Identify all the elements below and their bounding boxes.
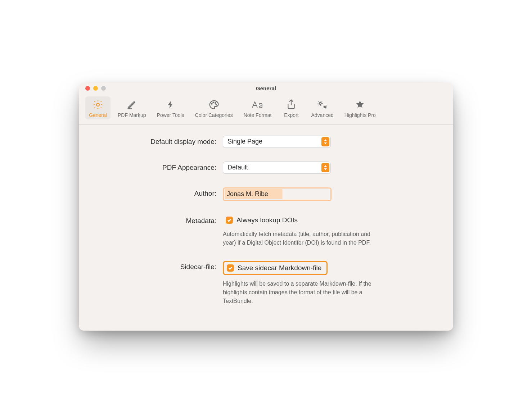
author-field-highlight xyxy=(223,187,332,201)
tab-label: PDF Markup xyxy=(118,112,146,118)
svg-point-6 xyxy=(324,106,326,107)
gears-icon xyxy=(316,99,329,111)
tab-power-tools[interactable]: Power Tools xyxy=(153,96,188,119)
tab-label: Color Categories xyxy=(195,112,233,118)
svg-point-5 xyxy=(319,102,321,104)
chevrons-up-down-icon xyxy=(321,137,329,146)
row-metadata: Metadata: Always lookup DOIs Automatical… xyxy=(100,215,432,247)
tab-pdf-markup[interactable]: PDF Markup xyxy=(114,96,150,119)
tab-label: General xyxy=(89,112,107,118)
row-author: Author: xyxy=(100,187,432,201)
sidecar-checkbox[interactable] xyxy=(227,264,234,272)
tab-note-format[interactable]: Note Format xyxy=(240,96,275,119)
chevrons-up-down-icon xyxy=(321,163,329,172)
tab-label: Advanced xyxy=(311,112,333,118)
gear-icon xyxy=(93,99,103,111)
svg-point-3 xyxy=(215,102,216,103)
svg-point-4 xyxy=(216,104,217,105)
row-pdf-appearance: PDF Appearance: Default xyxy=(100,162,432,174)
tab-advanced[interactable]: Advanced xyxy=(307,96,337,119)
tab-color-categories[interactable]: Color Categories xyxy=(191,96,236,119)
preferences-toolbar: General PDF Markup Power Tools Color Cat… xyxy=(79,94,453,125)
checkmark-icon xyxy=(227,218,232,223)
display-mode-select[interactable]: Single Page xyxy=(223,136,331,148)
display-mode-value: Single Page xyxy=(227,138,262,145)
star-icon xyxy=(355,99,365,111)
general-form: Default display mode: Single Page PDF Ap… xyxy=(79,125,453,331)
svg-point-0 xyxy=(96,103,99,106)
row-display-mode: Default display mode: Single Page xyxy=(100,136,432,148)
pdf-appearance-label: PDF Appearance: xyxy=(100,162,223,172)
export-icon xyxy=(286,99,297,111)
checkmark-icon xyxy=(228,266,233,271)
metadata-help-text: Automatically fetch metadata (title, aut… xyxy=(223,230,378,247)
bolt-icon xyxy=(166,99,175,111)
metadata-checkbox[interactable] xyxy=(226,217,233,224)
window-title: General xyxy=(79,85,453,91)
preferences-window: General General PDF Markup Power Tools xyxy=(79,83,453,331)
typography-icon xyxy=(251,99,264,111)
tab-export[interactable]: Export xyxy=(279,96,304,119)
author-input[interactable] xyxy=(225,189,330,199)
tab-label: Export xyxy=(284,112,298,118)
sidecar-checkbox-label: Save sidecar Markdown-file xyxy=(238,264,321,272)
titlebar: General xyxy=(79,83,453,94)
row-sidecar: Sidecar-file: Save sidecar Markdown-file… xyxy=(100,261,432,305)
author-label: Author: xyxy=(100,187,223,198)
palette-icon xyxy=(208,99,220,111)
minimize-window-button[interactable] xyxy=(93,86,98,91)
sidecar-checkbox-row[interactable]: Save sidecar Markdown-file xyxy=(223,261,328,275)
metadata-checkbox-row[interactable]: Always lookup DOIs xyxy=(223,215,381,226)
sidecar-help-text: Highlights will be saved to a separate M… xyxy=(223,280,378,305)
tab-label: Power Tools xyxy=(157,112,184,118)
tab-label: Highlights Pro xyxy=(344,112,376,118)
metadata-checkbox-label: Always lookup DOIs xyxy=(236,216,298,224)
tab-label: Note Format xyxy=(244,112,272,118)
zoom-window-button[interactable] xyxy=(101,86,106,91)
pencil-icon xyxy=(126,99,137,111)
sidecar-label: Sidecar-file: xyxy=(100,261,223,271)
pdf-appearance-select[interactable]: Default xyxy=(223,162,331,174)
metadata-label: Metadata: xyxy=(100,215,223,225)
traffic-lights xyxy=(85,86,106,91)
tab-general[interactable]: General xyxy=(85,96,111,119)
display-mode-label: Default display mode: xyxy=(100,136,223,146)
svg-point-1 xyxy=(211,103,212,104)
close-window-button[interactable] xyxy=(85,86,90,91)
pdf-appearance-value: Default xyxy=(227,164,248,171)
tab-highlights-pro[interactable]: Highlights Pro xyxy=(341,96,379,119)
svg-point-2 xyxy=(213,102,214,103)
